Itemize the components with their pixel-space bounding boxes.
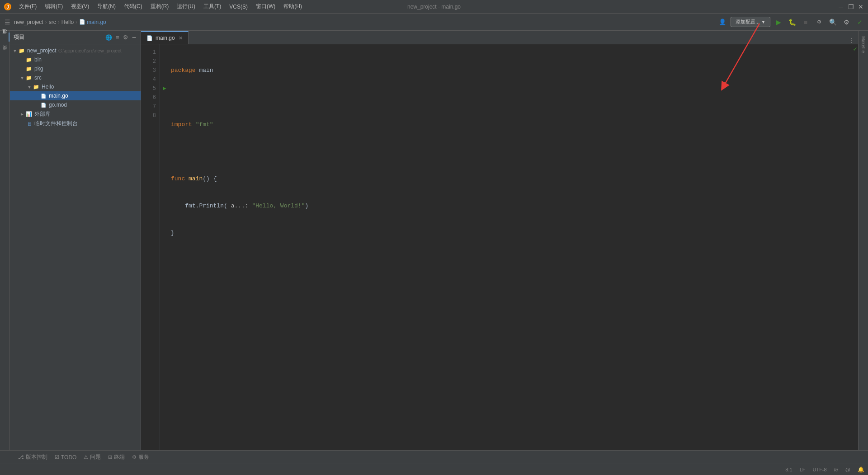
project-panel-header: 项目 🌐 ≡ ⚙ − xyxy=(10,31,141,44)
panel-list-icon[interactable]: ≡ xyxy=(115,33,120,42)
tree-item-main-go[interactable]: ► 📄 main.go xyxy=(10,91,141,100)
code-area[interactable]: package main import "fmt" func main() { … xyxy=(169,44,852,450)
folder-icon-src: 📁 xyxy=(25,74,33,81)
tree-item-src[interactable]: ▼ 📁 src xyxy=(10,73,141,82)
sidebar-toggle-icon[interactable]: ☰ xyxy=(3,18,12,27)
breadcrumb-src[interactable]: src xyxy=(49,19,56,25)
todo-label: TODO xyxy=(61,454,76,461)
tree-item-go-mod[interactable]: ► 📄 go.mod xyxy=(10,100,141,109)
indent-label[interactable]: Ie xyxy=(834,467,838,472)
breadcrumb-file[interactable]: main.go xyxy=(87,19,106,25)
tree-label-external: 外部库 xyxy=(34,110,51,118)
tab-close-main-go[interactable]: ✕ xyxy=(179,35,183,41)
breadcrumb-hello[interactable]: Hello xyxy=(61,19,74,25)
stop-button[interactable]: ■ xyxy=(800,17,811,28)
bottom-tab-terminal[interactable]: ⊞ 终端 xyxy=(105,452,127,462)
bottom-strip: ⎇ 版本控制 ☑ TODO ⚠ 问题 ⊞ 终端 ⚙ 服务 xyxy=(0,450,868,464)
tree-arrow-external: ► xyxy=(19,112,25,117)
folder-icon-bin: 📁 xyxy=(25,56,33,63)
panel-settings-icon[interactable]: ⚙ xyxy=(122,33,129,42)
panel-minus-icon[interactable]: − xyxy=(131,33,137,42)
breadcrumb-sep-1: › xyxy=(45,19,47,25)
folder-icon-hello: 📁 xyxy=(33,83,40,90)
run-gutter-btn-5[interactable]: ▶ xyxy=(160,84,169,93)
go-file-icon-main: 📄 xyxy=(40,92,47,99)
add-config-label: 添加配置... xyxy=(736,19,760,25)
menu-code[interactable]: 代码(C) xyxy=(120,2,146,11)
line-ending[interactable]: LF xyxy=(800,467,806,472)
more-options-icon[interactable]: ✓ xyxy=(854,17,865,28)
menu-bar: 文件(F) 编辑(E) 视图(V) 导航(N) 代码(C) 重构(R) 运行(U… xyxy=(15,2,306,11)
run-gutter: ▶ xyxy=(160,44,169,450)
line-num-2: 2 xyxy=(141,57,156,66)
tree-label-temp: 临时文件和控制台 xyxy=(34,120,78,127)
charset-label[interactable]: UTF-8 xyxy=(812,467,826,472)
search-button[interactable]: 🔍 xyxy=(827,17,838,28)
folder-icon-root: 📁 xyxy=(18,47,25,54)
code-line-5: func main() { xyxy=(171,174,852,183)
add-config-button[interactable]: 添加配置... ▼ xyxy=(731,17,770,27)
menu-vcs[interactable]: VCS(S) xyxy=(226,3,251,11)
menu-window[interactable]: 窗口(W) xyxy=(252,2,279,11)
right-sidebar: Makefile xyxy=(858,31,868,450)
tree-item-root[interactable]: ▼ 📁 new_project G:\goproject\src\new_pro… xyxy=(10,46,141,55)
tree-item-hello[interactable]: ▼ 📁 Hello xyxy=(10,82,141,91)
cursor-position: 8:1 xyxy=(785,467,792,472)
terminal-icon: ⊞ xyxy=(108,454,112,460)
code-line-6: fmt.Println( a...: "Hello, World!") xyxy=(171,202,852,211)
editor-content: 1 2 3 4 5 6 7 8 ▶ packa xyxy=(141,44,858,450)
keyword-package: package xyxy=(171,66,196,75)
menu-refactor[interactable]: 重构(R) xyxy=(147,2,173,11)
maximize-button[interactable]: ❐ xyxy=(847,3,854,10)
menu-help[interactable]: 帮助(H) xyxy=(280,2,306,11)
line-num-7: 7 xyxy=(141,102,156,111)
toolbar-actions: 👤 添加配置... ▼ ▶ 🐛 ■ ⚙ 🔍 ⚙ ✓ xyxy=(717,17,865,28)
editor-section: 📄 main.go ✕ ⋮ 1 2 3 4 5 6 7 8 xyxy=(141,31,858,450)
makefile-tab[interactable]: Makefile xyxy=(860,33,867,56)
breadcrumb-file-icon: 📄 xyxy=(79,19,85,25)
folder-icon-pkg: 📁 xyxy=(25,65,33,72)
tab-main-go[interactable]: 📄 main.go ✕ xyxy=(141,31,189,44)
close-button[interactable]: ✕ xyxy=(857,3,864,10)
tree-item-temp[interactable]: ► 🖥 临时文件和控制台 xyxy=(10,119,141,128)
tree-label-root: new_project xyxy=(27,47,57,54)
breadcrumb-project[interactable]: new_project xyxy=(14,19,43,25)
menu-run[interactable]: 运行(U) xyxy=(173,2,199,11)
notification-icon[interactable]: 🔔 xyxy=(858,466,864,473)
debug-button[interactable]: 🐛 xyxy=(787,17,797,28)
problems-label: 问题 xyxy=(90,453,101,461)
tree-arrow-hello: ▼ xyxy=(26,85,33,89)
tree-item-pkg[interactable]: ► 📁 pkg xyxy=(10,64,141,73)
menu-file[interactable]: 文件(F) xyxy=(15,2,40,11)
tree-item-external[interactable]: ► 📊 外部库 xyxy=(10,109,141,119)
coverage-button[interactable]: ⚙ xyxy=(814,17,825,28)
check-mark-icon: ✓ xyxy=(853,45,857,53)
minimize-button[interactable]: ─ xyxy=(837,3,844,10)
project-tab[interactable]: 项目 xyxy=(0,33,9,42)
window-controls: ─ ❐ ✕ xyxy=(837,3,864,10)
tree-arrow-root: ▼ xyxy=(12,48,18,53)
code-line-3: import "fmt" xyxy=(171,120,852,129)
bottom-tab-todo[interactable]: ☑ TODO xyxy=(52,453,79,461)
at-sign: @ xyxy=(845,467,850,472)
commit-tab[interactable]: 提交 xyxy=(1,51,9,56)
string-hello-world: "Hello, World!" xyxy=(252,202,305,211)
tree-label-src: src xyxy=(34,75,42,81)
vcs-label: 版本控制 xyxy=(26,453,47,461)
breadcrumb: new_project › src › Hello › 📄 main.go xyxy=(14,19,715,25)
services-icon: ⚙ xyxy=(132,454,137,460)
tree-item-bin[interactable]: ► 📁 bin xyxy=(10,55,141,64)
settings-button[interactable]: ⚙ xyxy=(841,17,852,28)
param-a: a...: xyxy=(231,202,249,211)
user-icon[interactable]: 👤 xyxy=(717,17,728,28)
panel-globe-icon[interactable]: 🌐 xyxy=(104,33,113,42)
bottom-tab-vcs[interactable]: ⎇ 版本控制 xyxy=(15,452,50,462)
bottom-tab-problems[interactable]: ⚠ 问题 xyxy=(81,452,104,462)
menu-edit[interactable]: 编辑(E) xyxy=(41,2,66,11)
run-button[interactable]: ▶ xyxy=(773,17,784,28)
menu-tools[interactable]: 工具(T) xyxy=(200,2,225,11)
menu-navigate[interactable]: 导航(N) xyxy=(94,2,119,11)
bottom-tab-services[interactable]: ⚙ 服务 xyxy=(129,452,152,462)
menu-view[interactable]: 视图(V) xyxy=(67,2,93,11)
editor-more-icon[interactable]: ⋮ xyxy=(844,37,858,44)
